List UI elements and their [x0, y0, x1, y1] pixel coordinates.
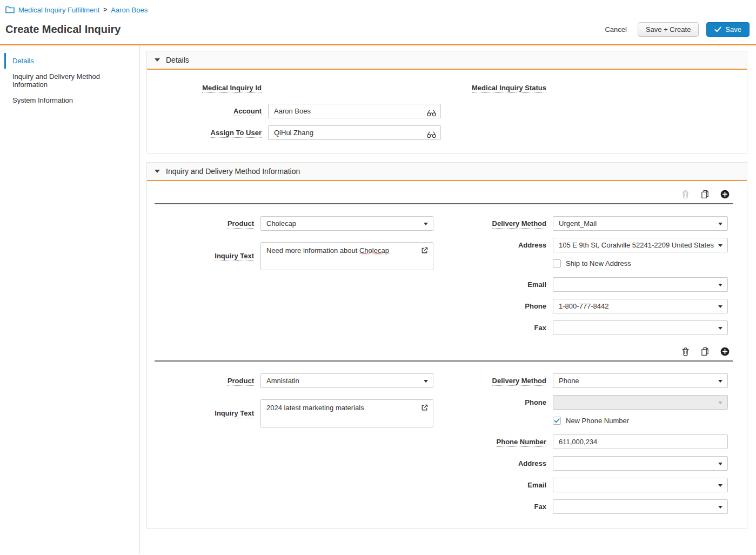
- block-divider: [155, 203, 733, 204]
- chevron-down-icon: [718, 223, 722, 225]
- breadcrumb-root-link[interactable]: Medical Inquiry Fulfillment: [18, 6, 99, 14]
- save-button[interactable]: Save: [706, 22, 750, 37]
- page-header: Medical Inquiry Fulfillment > Aaron Boes…: [0, 0, 756, 45]
- inquiry-text-field[interactable]: 2024 latest marketing materials: [260, 399, 433, 427]
- inquiry-text-label: Inquiry Text: [215, 409, 254, 418]
- fax-select[interactable]: [553, 320, 728, 335]
- inquiry-section-title: Inquiry and Delivery Method Information: [166, 167, 300, 176]
- chevron-down-icon: [718, 463, 722, 465]
- chevron-down-icon: [718, 380, 722, 383]
- new-phone-number-label: New Phone Number: [566, 417, 629, 425]
- chevron-down-icon: [424, 380, 428, 383]
- open-in-window-icon[interactable]: [420, 246, 429, 256]
- phone-label: Phone: [525, 302, 546, 310]
- ship-to-new-address-checkbox[interactable]: [553, 259, 561, 268]
- address-label: Address: [518, 459, 546, 467]
- new-phone-number-checkbox[interactable]: [553, 417, 561, 425]
- sidebar-item-details[interactable]: Details: [4, 53, 139, 69]
- delivery-method-select[interactable]: Phone: [553, 373, 728, 388]
- copy-block-icon[interactable]: [701, 347, 709, 356]
- collapse-icon[interactable]: [155, 58, 160, 62]
- copy-block-icon[interactable]: [701, 190, 709, 199]
- add-block-icon[interactable]: [720, 190, 730, 199]
- fax-select[interactable]: [553, 499, 728, 514]
- details-section: Details Medical Inquiry Id Account: [146, 51, 747, 153]
- email-label: Email: [527, 280, 546, 289]
- chevron-down-icon: [718, 305, 722, 308]
- medical-inquiry-id-label: Medical Inquiry Id: [202, 84, 262, 93]
- account-label: Account: [233, 107, 262, 116]
- account-lookup-input[interactable]: Aaron Boes: [268, 104, 441, 118]
- phone-select[interactable]: 1-800-777-8442: [553, 299, 728, 313]
- chevron-down-icon: [718, 327, 722, 330]
- block-divider: [155, 360, 733, 362]
- inquiry-text-label: Inquiry Text: [215, 252, 254, 261]
- address-select[interactable]: 105 E 9th St, Coralville 52241-2209 Unit…: [553, 238, 728, 252]
- chevron-down-icon: [718, 244, 722, 247]
- collapse-icon[interactable]: [155, 170, 160, 173]
- delivery-method-select[interactable]: Urgent_Mail: [553, 216, 728, 231]
- fax-label: Fax: [534, 503, 546, 511]
- add-block-icon[interactable]: [720, 347, 730, 356]
- phone-label: Phone: [525, 398, 546, 406]
- inquiry-text-field[interactable]: Need more information about Cholecap: [260, 242, 433, 270]
- phone-number-input[interactable]: 611,000,234: [553, 434, 728, 449]
- delete-block-icon: [681, 190, 690, 199]
- product-label: Product: [228, 219, 254, 229]
- folder-icon: [5, 6, 15, 14]
- sidebar-item-system-information[interactable]: System Information: [4, 92, 139, 108]
- delivery-method-label: Delivery Method: [492, 377, 546, 386]
- assign-to-user-label: Assign To User: [211, 129, 262, 138]
- phone-select-disabled: [553, 395, 728, 410]
- assign-to-user-lookup-input[interactable]: QiHui Zhang: [268, 125, 441, 140]
- sidebar-item-inquiry-delivery[interactable]: Inquiry and Delivery Method Information: [4, 69, 139, 92]
- chevron-down-icon: [424, 223, 428, 225]
- page-title: Create Medical Inquiry: [5, 23, 121, 36]
- binoculars-icon[interactable]: [426, 129, 437, 140]
- inquiry-block-1: Product Cholecap Inquiry Text: [147, 183, 747, 340]
- delivery-method-label: Delivery Method: [492, 219, 546, 229]
- email-select[interactable]: [553, 478, 728, 492]
- fax-label: Fax: [534, 324, 546, 332]
- email-select[interactable]: [553, 277, 728, 292]
- ship-to-new-address-label: Ship to New Address: [566, 259, 631, 268]
- section-nav-sidebar: Details Inquiry and Delivery Method Info…: [0, 45, 140, 554]
- delete-block-icon[interactable]: [681, 347, 690, 356]
- check-icon: [714, 26, 721, 32]
- binoculars-icon[interactable]: [426, 108, 437, 118]
- chevron-down-icon: [718, 284, 722, 286]
- inquiry-block-2: Product Amnistatin Inquiry Text: [147, 340, 747, 517]
- phone-number-label: Phone Number: [497, 438, 546, 447]
- address-select[interactable]: [553, 456, 728, 471]
- email-label: Email: [527, 481, 546, 489]
- chevron-down-icon: [718, 402, 722, 404]
- save-create-button[interactable]: Save + Create: [638, 22, 699, 37]
- inquiry-delivery-section: Inquiry and Delivery Method Information: [146, 162, 747, 529]
- breadcrumb-current-link[interactable]: Aaron Boes: [111, 6, 148, 14]
- medical-inquiry-status-label: Medical Inquiry Status: [472, 84, 546, 93]
- main-content: Details Medical Inquiry Id Account: [140, 45, 756, 554]
- breadcrumb-separator: >: [103, 6, 107, 14]
- inquiry-section-header[interactable]: Inquiry and Delivery Method Information: [147, 163, 747, 181]
- product-select[interactable]: Amnistatin: [260, 373, 433, 388]
- product-select[interactable]: Cholecap: [260, 216, 433, 231]
- address-label: Address: [518, 241, 546, 249]
- cancel-button[interactable]: Cancel: [605, 25, 626, 34]
- details-section-header[interactable]: Details: [147, 51, 747, 70]
- product-label: Product: [228, 377, 254, 386]
- open-in-window-icon[interactable]: [420, 404, 429, 413]
- chevron-down-icon: [718, 506, 722, 509]
- details-section-title: Details: [166, 56, 189, 64]
- chevron-down-icon: [718, 484, 722, 487]
- breadcrumb: Medical Inquiry Fulfillment > Aaron Boes: [5, 4, 750, 15]
